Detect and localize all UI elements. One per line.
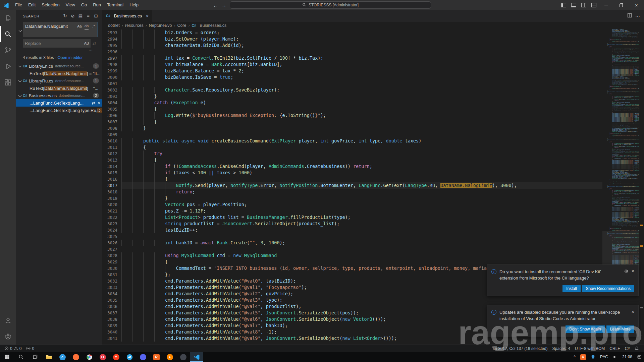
- yandex-browser-icon[interactable]: Y: [109, 352, 123, 362]
- code-line-3014[interactable]: 3014if (!CommandsAccess.CanUseCmd(player…: [103, 163, 602, 170]
- replace-all-button[interactable]: ⇄: [91, 41, 98, 46]
- open-in-editor-link[interactable]: Open in editor: [57, 55, 83, 60]
- search-match[interactable]: RuText[DataName.NalogLimit] = "...: [16, 84, 102, 92]
- code-line-3011[interactable]: 3011{: [103, 144, 602, 150]
- code-line-3024[interactable]: 3024lastBizID++;: [103, 227, 602, 233]
- notification-close-icon[interactable]: ×: [632, 269, 634, 274]
- cursor-position[interactable]: Ln 3017, Col 137 (19 selected): [490, 345, 550, 352]
- search-match[interactable]: ...LangFunc.GetText(LangType.Ru, D...: [16, 107, 102, 114]
- account-icon[interactable]: [0, 312, 16, 328]
- search-result-file[interactable]: C#Businesses.csdotnet\resourc...2: [16, 92, 102, 99]
- start-button[interactable]: [0, 352, 14, 362]
- breadcrumb-item[interactable]: dotnet: [108, 23, 120, 28]
- problems-indicator[interactable]: 0 0: [2, 345, 24, 352]
- taskbar-search-button[interactable]: [14, 352, 28, 362]
- defender-tray-icon[interactable]: [588, 352, 598, 362]
- code-line-2995[interactable]: 2995characterData.BizIDs.Add(id);: [103, 42, 602, 49]
- code-line-3015[interactable]: 3015if (taxes < 100 || taxes > 1000): [103, 170, 602, 176]
- breadcrumb-item[interactable]: resources: [125, 23, 144, 28]
- toggle-secondary-sidebar-icon[interactable]: [579, 0, 589, 10]
- regex-toggle[interactable]: .*: [90, 23, 97, 29]
- notifications-bell-icon[interactable]: [632, 345, 641, 352]
- extensions-icon[interactable]: [0, 74, 16, 90]
- view-as-tree-icon[interactable]: ≡: [85, 13, 92, 19]
- close-tab-icon[interactable]: ×: [146, 13, 149, 19]
- language-mode[interactable]: C#: [623, 345, 632, 352]
- code-line-2999[interactable]: 2999bizBalance.Balance = tax * 2;: [103, 68, 602, 74]
- preserve-case-toggle[interactable]: AB: [83, 40, 90, 47]
- code-line-3008[interactable]: 3008}: [103, 125, 602, 131]
- code-line-3017[interactable]: 3017Notify.Send(player, NotifyType.Error…: [103, 182, 602, 189]
- go-forward-icon[interactable]: →: [221, 2, 226, 8]
- code-line-2997[interactable]: 2997int tax = Convert.ToInt32(biz.SellPr…: [103, 55, 602, 61]
- code-line-3027[interactable]: 3027: [103, 246, 602, 252]
- learn-more-button[interactable]: Learn More: [606, 325, 634, 333]
- whole-word-toggle[interactable]: ab: [83, 23, 90, 29]
- breadcrumb-file[interactable]: Businesses.cs: [200, 23, 226, 28]
- show-recommendations-button[interactable]: Show Recommendations: [582, 285, 634, 292]
- code-line-3023[interactable]: 3023string productlist = JsonConvert.Ser…: [103, 221, 602, 227]
- tray-chevron-icon[interactable]: ^: [571, 352, 578, 362]
- code-line-3019[interactable]: 3019}: [103, 195, 602, 201]
- split-editor-icon[interactable]: [627, 13, 632, 19]
- firefox-icon[interactable]: [69, 352, 83, 362]
- language-indicator[interactable]: РУС: [598, 352, 610, 362]
- telegram-icon[interactable]: [123, 352, 136, 362]
- vlc-icon[interactable]: ▲: [163, 352, 176, 362]
- refresh-icon[interactable]: ↻: [62, 13, 68, 19]
- close-window-button[interactable]: ×: [629, 0, 644, 10]
- toggle-replace-button[interactable]: [17, 22, 23, 52]
- overview-ruler[interactable]: [639, 29, 644, 345]
- code-line-3001[interactable]: 3001: [103, 80, 602, 87]
- file-explorer-icon[interactable]: [42, 352, 56, 362]
- code-line-3012[interactable]: 3012try: [103, 150, 602, 157]
- code-line-3006[interactable]: 3006Log.Write($"buyBusinessCommand Excep…: [103, 112, 602, 119]
- code-line-2996[interactable]: 2996: [103, 49, 602, 55]
- volume-icon[interactable]: [610, 352, 620, 362]
- chrome-icon[interactable]: [83, 352, 96, 362]
- install-button[interactable]: Install: [562, 285, 580, 292]
- replace-icon[interactable]: ⇄: [92, 101, 96, 106]
- search-match[interactable]: ...LangFunc.GetText(Lang...⇄×: [16, 99, 102, 107]
- encoding-indicator[interactable]: UTF-8 with BOM: [573, 345, 607, 352]
- edge-icon[interactable]: e: [56, 352, 69, 362]
- code-line-3005[interactable]: 3005{: [103, 106, 602, 112]
- vscode-icon[interactable]: [190, 352, 203, 362]
- code-line-2993[interactable]: 2993biz.Orders = orders;: [103, 29, 602, 36]
- open-new-search-editor-icon[interactable]: ▤: [77, 13, 84, 19]
- notification-settings-gear-icon[interactable]: [624, 269, 629, 274]
- code-line-3016[interactable]: 3016{: [103, 176, 602, 182]
- run-debug-icon[interactable]: [0, 58, 16, 74]
- ragemp-icon[interactable]: R: [150, 352, 163, 362]
- eol-indicator[interactable]: CRLF: [607, 345, 622, 352]
- obs-icon[interactable]: [176, 352, 190, 362]
- search-result-file[interactable]: C#LibraryEn.csdotnet\resource...1: [16, 62, 102, 70]
- breadcrumb-item[interactable]: Core: [177, 23, 186, 28]
- task-view-button[interactable]: [28, 352, 42, 362]
- files-icon[interactable]: [0, 10, 16, 26]
- search-icon[interactable]: [0, 26, 16, 42]
- code-line-3018[interactable]: 3018return;: [103, 189, 602, 195]
- code-line-3009[interactable]: 3009: [103, 131, 602, 138]
- code-line-2998[interactable]: 2998var bizBalance = Bank.Accounts[biz.B…: [103, 61, 602, 68]
- source-control-icon[interactable]: [0, 42, 16, 58]
- clear-search-results-icon[interactable]: ⊘: [69, 13, 76, 19]
- restore-button[interactable]: [614, 0, 629, 10]
- opera-icon[interactable]: O: [96, 352, 109, 362]
- code-line-3013[interactable]: 3013{: [103, 157, 602, 163]
- search-match[interactable]: EnText[DataName.NalogLimit] = "It...: [16, 70, 102, 77]
- discord-icon[interactable]: [136, 352, 150, 362]
- search-input[interactable]: DataName.NalogLimit Aa ab .*: [23, 22, 98, 37]
- customize-layout-icon[interactable]: [589, 0, 599, 10]
- toggle-sidebar-icon[interactable]: [558, 0, 569, 10]
- minimize-button[interactable]: [599, 0, 614, 10]
- replace-input[interactable]: Replace AB: [23, 39, 91, 48]
- more-actions-icon[interactable]: ···: [635, 13, 640, 19]
- breadcrumb-item[interactable]: NeptuneEvo: [149, 23, 172, 28]
- dont-show-again-button[interactable]: Don't Show Again: [566, 325, 604, 333]
- command-center-search[interactable]: STORIESSS [Administrator]: [230, 1, 431, 9]
- dismiss-icon[interactable]: ×: [98, 101, 100, 106]
- code-line-3026[interactable]: 3026int bankID = await Bank.Create("", 3…: [103, 240, 602, 246]
- go-back-icon[interactable]: ←: [213, 2, 218, 8]
- code-line-3022[interactable]: 3022List<Product> products_list = Busine…: [103, 214, 602, 221]
